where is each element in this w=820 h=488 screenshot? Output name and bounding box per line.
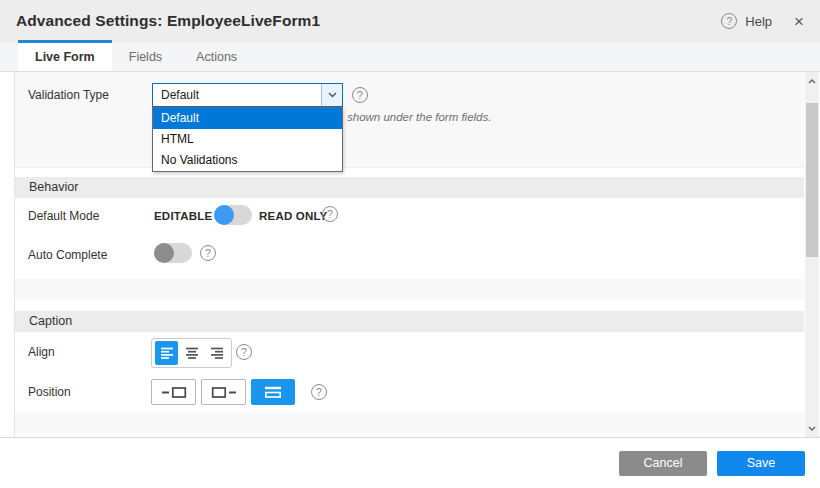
validation-help-icon[interactable]: ? [352,87,368,103]
help-link[interactable]: Help [745,14,772,29]
vertical-scrollbar [805,72,819,437]
dropdown-option-html[interactable]: HTML [153,129,342,150]
validation-type-selected-value: Default [153,88,321,102]
default-mode-toggle-knob [214,205,234,225]
auto-complete-label: Auto Complete [28,248,107,262]
align-left-icon[interactable] [155,341,178,365]
tab-fields[interactable]: Fields [112,42,179,71]
default-mode-label: Default Mode [28,209,99,223]
behavior-section-footer [15,279,804,300]
dropdown-option-no-validations[interactable]: No Validations [153,150,342,171]
validation-hint-text: shown under the form fields. [347,111,491,123]
auto-complete-toggle[interactable] [154,243,192,263]
position-label: Position [28,385,71,399]
close-icon[interactable]: × [794,13,804,30]
tab-bar: Live Form Fields Actions [0,42,820,72]
align-center-icon[interactable] [180,341,203,365]
validation-type-dropdown-list: Default HTML No Validations [152,107,343,172]
advanced-settings-dialog: Advanced Settings: EmployeeLiveForm1 ? H… [0,0,820,488]
auto-complete-help-icon[interactable]: ? [200,245,216,261]
cancel-button[interactable]: Cancel [619,451,707,476]
save-button[interactable]: Save [717,451,805,476]
default-mode-right-option: READ ONLY [259,210,327,222]
default-mode-help-icon[interactable]: ? [322,206,338,222]
caption-top-icon [263,385,283,399]
dialog-footer: Cancel Save [0,437,820,488]
tab-live-form[interactable]: Live Form [18,40,112,71]
position-help-icon[interactable]: ? [311,384,327,400]
default-mode-left-option: EDITABLE [154,210,212,222]
align-right-icon[interactable] [205,341,228,365]
align-button-group [151,338,232,368]
position-left-button[interactable] [151,379,196,405]
position-right-button[interactable] [201,379,246,405]
help-icon[interactable]: ? [721,13,737,29]
align-help-icon[interactable]: ? [236,344,252,360]
align-label: Align [28,345,55,359]
scroll-down-icon[interactable] [805,421,819,435]
caption-left-icon [161,386,187,399]
position-top-button[interactable] [251,379,295,405]
chevron-down-icon[interactable] [321,84,342,106]
scroll-up-icon[interactable] [805,74,819,88]
caption-right-icon [211,386,237,399]
dialog-content: Validation Type shown under the form fie… [0,72,820,437]
dialog-title: Advanced Settings: EmployeeLiveForm1 [16,12,320,30]
auto-complete-toggle-knob [154,243,174,263]
tab-actions[interactable]: Actions [179,42,254,71]
caption-section-footer [15,412,804,433]
dialog-header: Advanced Settings: EmployeeLiveForm1 ? H… [0,0,820,42]
caption-section-header: Caption [15,311,804,332]
scrollbar-thumb[interactable] [806,103,818,257]
default-mode-toggle[interactable] [214,205,252,225]
behavior-section-header: Behavior [15,177,804,198]
validation-type-label: Validation Type [28,88,109,102]
dropdown-option-default[interactable]: Default [153,108,342,129]
validation-type-select[interactable]: Default [152,83,343,107]
